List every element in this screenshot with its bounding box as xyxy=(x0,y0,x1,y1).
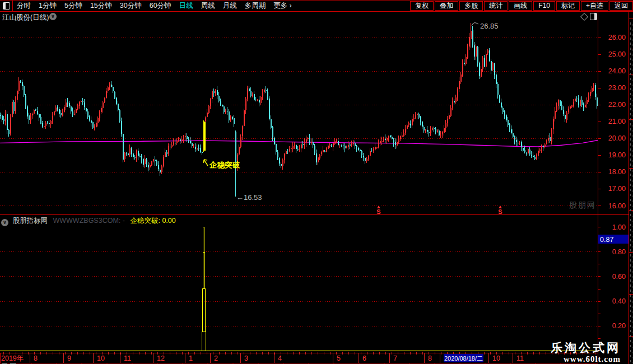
svg-text:0.40: 0.40 xyxy=(612,297,626,305)
chart-watermark: 股朋网 xyxy=(569,200,596,209)
toolbar-button-叠加[interactable]: 叠加 xyxy=(435,1,458,11)
svg-text:23.00: 23.00 xyxy=(608,84,626,92)
main-y-axis-labels: 16.0017.0018.0019.0020.0021.0022.0023.00… xyxy=(608,34,626,209)
toolbar-button-复权[interactable]: 复权 xyxy=(410,1,434,11)
svg-text:S: S xyxy=(376,208,380,215)
toolbar-button-多股[interactable]: 多股 xyxy=(459,1,483,11)
svg-text:0.87: 0.87 xyxy=(600,236,613,244)
toolbar-button-统计[interactable]: 统计 xyxy=(484,1,508,11)
period-tab-15分钟[interactable]: 15分钟 xyxy=(90,1,112,11)
site-watermark: 乐淘公式网 www.60lt.com xyxy=(551,340,621,363)
svg-text:10: 10 xyxy=(492,354,500,362)
toolbar-button-画线[interactable]: 画线 xyxy=(509,1,532,11)
period-tab-5分钟[interactable]: 5分钟 xyxy=(64,1,82,11)
svg-text:8: 8 xyxy=(428,354,432,362)
svg-text:股朋网: 股朋网 xyxy=(569,200,596,209)
period-tab-30分钟[interactable]: 30分钟 xyxy=(120,1,142,11)
signal-annotation: 企稳突破 xyxy=(204,160,240,169)
svg-text:0.20: 0.20 xyxy=(612,322,626,330)
app-window: 分时1分钟5分钟15分钟30分钟60分钟日线周线月线多周期更多 › 复权叠加多股… xyxy=(0,0,633,364)
ma-line xyxy=(0,141,598,147)
period-tab-多周期[interactable]: 多周期 xyxy=(245,1,266,11)
svg-text:19.00: 19.00 xyxy=(608,151,626,159)
date-axis-labels: 2019年89101112123456782020/08/18/二1011 xyxy=(1,354,524,362)
svg-text:11: 11 xyxy=(124,354,131,362)
period-tab-月线[interactable]: 月线 xyxy=(223,1,237,11)
toolbar-button-标记[interactable]: 标记 xyxy=(556,1,580,11)
high-arrow-icon xyxy=(472,23,478,26)
svg-text:7: 7 xyxy=(393,354,397,362)
svg-text:11: 11 xyxy=(516,354,524,362)
axis-frame xyxy=(0,12,629,364)
svg-text:8: 8 xyxy=(34,354,38,362)
period-tab-更多 ›[interactable]: 更多 › xyxy=(273,1,292,11)
cursor-value-box: 0.87 xyxy=(598,235,629,244)
svg-text:21.00: 21.00 xyxy=(608,118,626,125)
svg-text:2: 2 xyxy=(214,354,218,362)
page-title: 江山股份(日线) xyxy=(2,13,49,22)
toolbar-button-+自选[interactable]: +自选 xyxy=(581,1,608,11)
toolbar-right-buttons: 复权叠加多股统计画线F10标记+自选返回 xyxy=(409,1,633,11)
indicator-name-value: 企稳突破: 0.00 xyxy=(130,217,175,225)
svg-text:25.00: 25.00 xyxy=(608,50,626,58)
indicator-gridlines xyxy=(0,252,598,326)
indicator-spike xyxy=(202,227,206,351)
indicator-header: ∨ 股朋指标网 WWWWZBGS3COM: - 企稳突破: 0.00 xyxy=(1,216,176,225)
diamond-icon[interactable] xyxy=(580,13,588,21)
watermark-line2: www.60lt.com xyxy=(551,354,621,363)
dividend-markers: SS xyxy=(376,206,502,215)
svg-text:2020/08/18/二: 2020/08/18/二 xyxy=(444,355,483,362)
svg-text:5: 5 xyxy=(337,354,341,362)
svg-text:0.80: 0.80 xyxy=(612,248,626,256)
svg-text:20.00: 20.00 xyxy=(608,134,626,142)
panel-layout-icon[interactable] xyxy=(590,13,597,20)
candlestick-series xyxy=(0,23,598,197)
svg-text:S: S xyxy=(498,208,502,215)
svg-text:17.00: 17.00 xyxy=(608,185,626,193)
period-tab-日线[interactable]: 日线 xyxy=(179,1,193,11)
period-tab-60分钟[interactable]: 60分钟 xyxy=(150,1,171,11)
svg-text:10: 10 xyxy=(97,354,105,362)
chart-annotations: 26.85←16.53 xyxy=(236,22,499,202)
svg-text:1: 1 xyxy=(189,354,193,362)
chevron-down-icon[interactable]: ∨ xyxy=(1,219,8,226)
svg-text:3: 3 xyxy=(244,354,248,362)
svg-text:16.00: 16.00 xyxy=(608,202,626,210)
svg-text:2019年: 2019年 xyxy=(1,354,24,362)
svg-text:4: 4 xyxy=(278,354,282,362)
toolbar-button-F10[interactable]: F10 xyxy=(533,1,555,11)
svg-text:←16.53: ←16.53 xyxy=(236,193,262,202)
svg-text:9: 9 xyxy=(67,354,71,362)
svg-text:1.00: 1.00 xyxy=(612,223,626,231)
layout-icon[interactable] xyxy=(0,1,13,11)
period-tab-1分钟[interactable]: 1分钟 xyxy=(39,1,57,11)
toolbar-button-返回[interactable]: 返回 xyxy=(609,1,633,11)
svg-text:0.60: 0.60 xyxy=(612,273,626,281)
right-side-strip xyxy=(629,18,633,364)
chart-canvas[interactable]: 16.0017.0018.0019.0020.0021.0022.0023.00… xyxy=(0,0,633,364)
svg-text:18.00: 18.00 xyxy=(608,168,626,176)
chevron-down-icon[interactable]: ∨ xyxy=(49,13,57,20)
date-axis xyxy=(0,352,598,364)
title-row: 江山股份(日线) ∨ xyxy=(0,13,633,21)
indicator-watermark: WWWWZBGS3COM: - xyxy=(53,217,124,225)
svg-text:22.00: 22.00 xyxy=(608,101,626,109)
period-tab-分时[interactable]: 分时 xyxy=(17,1,31,11)
svg-text:24.00: 24.00 xyxy=(608,67,626,75)
toolbar: 分时1分钟5分钟15分钟30分钟60分钟日线周线月线多周期更多 › 复权叠加多股… xyxy=(0,0,633,12)
watermark-line1: 乐淘公式网 xyxy=(551,340,621,354)
svg-text:26.85: 26.85 xyxy=(480,22,499,30)
svg-text:企稳突破: 企稳突破 xyxy=(209,161,240,169)
svg-text:26.00: 26.00 xyxy=(608,34,626,41)
svg-text:6: 6 xyxy=(362,354,366,362)
period-tabs: 分时1分钟5分钟15分钟30分钟60分钟日线周线月线多周期更多 › xyxy=(17,1,292,11)
window-split-icon xyxy=(3,2,10,10)
svg-text:12: 12 xyxy=(157,354,165,362)
period-tab-周线[interactable]: 周线 xyxy=(201,1,215,11)
indicator-site-label: 股朋指标网 xyxy=(12,217,48,225)
